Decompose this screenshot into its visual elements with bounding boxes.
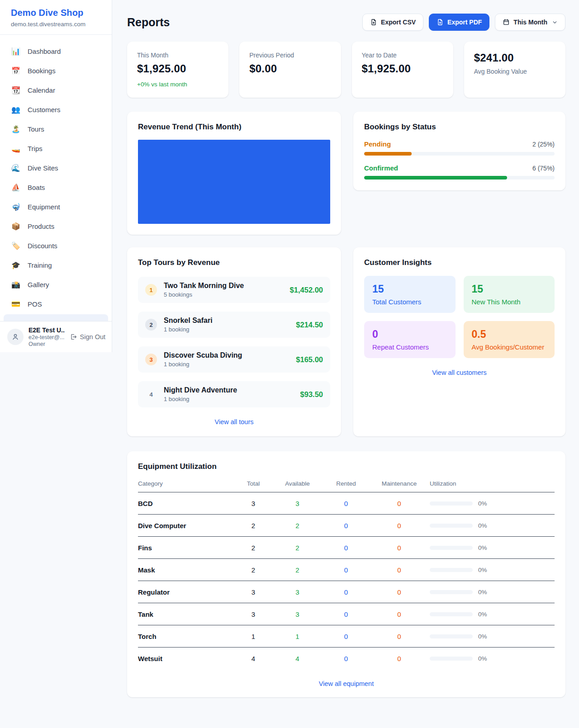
cell-total: 2 [235, 559, 271, 581]
period-label: This Month [513, 19, 547, 26]
stat-value: $1,925.00 [137, 62, 218, 75]
cell-total: 2 [235, 537, 271, 559]
period-dropdown[interactable]: This Month [495, 14, 565, 31]
user-email: e2e-tester@... [28, 334, 65, 340]
export-pdf-button[interactable]: Export PDF [429, 14, 489, 31]
cell-available: 2 [271, 537, 323, 559]
sidebar-item-customers[interactable]: 👥 Customers [4, 100, 108, 118]
tour-amount: $1,452.00 [290, 286, 323, 294]
cell-maintenance: 0 [369, 537, 430, 559]
sidebar-item-label: Discounts [28, 242, 57, 250]
customers-icon: 👥 [11, 105, 21, 114]
tile-label: Total Customers [372, 298, 447, 306]
charts-row: Revenue Trend (This Month) Bookings by S… [127, 112, 565, 235]
view-all-customers-link[interactable]: View all customers [364, 369, 555, 376]
tile-label: New This Month [472, 298, 547, 306]
top-tours-title: Top Tours by Revenue [138, 258, 330, 267]
chevron-down-icon [552, 19, 558, 25]
col-header-rented: Rented [323, 474, 369, 492]
table-row: Regulator 3 3 0 0 0% [138, 581, 555, 603]
cell-available: 1 [271, 625, 323, 648]
sidebar-item-dive-sites[interactable]: 🌊 Dive Sites [4, 159, 108, 177]
table-row: BCD 3 3 0 0 0% [138, 492, 555, 515]
col-header-category: Category [138, 474, 235, 492]
cell-available: 4 [271, 648, 323, 670]
utilization-percent: 0% [478, 567, 487, 573]
sidebar-item-label: Dashboard [28, 47, 61, 55]
col-header-available: Available [271, 474, 323, 492]
tour-amount: $214.50 [296, 321, 323, 329]
tile-avg-bookings-customer: 0.5 Avg Bookings/Customer [464, 321, 555, 358]
tile-repeat-customers: 0 Repeat Customers [364, 321, 456, 358]
tour-row: 4 Night Dive Adventure 1 booking $93.50 [138, 381, 330, 407]
table-row: Wetsuit 4 4 0 0 0% [138, 648, 555, 670]
sidebar-item-reports-partial[interactable] [4, 314, 108, 321]
graduation-cap-icon: 🎓 [11, 261, 21, 269]
file-download-icon [437, 19, 444, 26]
stat-card-year-to-date: Year to Date $1,925.00 [352, 42, 453, 98]
stat-delta: +0% vs last month [137, 81, 218, 88]
sidebar-item-pos[interactable]: 💳 POS [4, 295, 108, 313]
utilization-percent: 0% [478, 589, 487, 596]
utilization-bar [430, 568, 473, 572]
stat-card-this-month: This Month $1,925.00 +0% vs last month [127, 42, 228, 98]
sidebar-item-training[interactable]: 🎓 Training [4, 256, 108, 274]
sidebar-item-discounts[interactable]: 🏷️ Discounts [4, 236, 108, 255]
cell-total: 3 [235, 603, 271, 625]
cell-total: 3 [235, 492, 271, 515]
sidebar-item-tours[interactable]: 🏝️ Tours [4, 120, 108, 138]
package-icon: 📦 [11, 222, 21, 231]
sign-out-button[interactable]: Sign Out [70, 333, 105, 340]
tile-total-customers: 15 Total Customers [364, 276, 456, 313]
rank-badge: 3 [145, 354, 157, 365]
shop-domain: demo.test.divestreams.com [11, 21, 101, 28]
col-header-total: Total [235, 474, 271, 492]
equipment-utilization-title: Equipment Utilization [138, 462, 555, 471]
tile-value: 0.5 [472, 328, 547, 340]
utilization-percent: 0% [478, 522, 487, 529]
tour-row: 1 Two Tank Morning Dive 5 bookings $1,45… [138, 277, 330, 303]
sidebar-item-bookings[interactable]: 📅 Bookings [4, 61, 108, 80]
sidebar-item-dashboard[interactable]: 📊 Dashboard [4, 42, 108, 60]
sidebar-item-label: Tours [28, 125, 44, 133]
sidebar-item-label: Equipment [28, 203, 60, 211]
cell-maintenance: 0 [369, 515, 430, 537]
export-pdf-label: Export PDF [447, 19, 482, 26]
cell-maintenance: 0 [369, 625, 430, 648]
progress-fill [364, 176, 507, 180]
credit-card-icon: 💳 [11, 300, 21, 308]
stat-card-avg-booking-value: $241.00 Avg Booking Value [464, 42, 565, 98]
user-name: E2E Test U... [28, 326, 65, 334]
diving-mask-icon: 🤿 [11, 203, 21, 211]
cell-rented: 0 [323, 492, 369, 515]
main-content: Reports Export CSV Export PDF [112, 0, 579, 715]
view-all-tours-link[interactable]: View all tours [138, 418, 330, 425]
cell-maintenance: 0 [369, 648, 430, 670]
rank-badge: 4 [145, 388, 157, 400]
sidebar-item-trips[interactable]: 🚤 Trips [4, 139, 108, 157]
bookings-by-status-card: Bookings by Status Pending 2 (25%) Confi… [353, 112, 565, 190]
dashboard-icon: 📊 [11, 47, 21, 56]
cell-available: 2 [271, 559, 323, 581]
utilization-bar [430, 657, 473, 661]
tour-bookings: 5 bookings [164, 291, 244, 298]
cell-category: BCD [138, 492, 235, 515]
view-all-equipment-link[interactable]: View all equipment [138, 680, 555, 687]
revenue-trend-title: Revenue Trend (This Month) [138, 123, 330, 132]
revenue-trend-chart [138, 140, 330, 224]
equipment-utilization-card: Equipment Utilization Category Total Ava… [127, 451, 565, 697]
sidebar-item-equipment[interactable]: 🤿 Equipment [4, 198, 108, 216]
revenue-trend-card: Revenue Trend (This Month) [127, 112, 341, 235]
tile-label: Avg Bookings/Customer [472, 343, 547, 351]
sidebar-item-boats[interactable]: ⛵ Boats [4, 178, 108, 196]
tour-bookings: 1 booking [164, 396, 237, 402]
sidebar-item-gallery[interactable]: 📸 Gallery [4, 275, 108, 293]
sidebar-item-products[interactable]: 📦 Products [4, 217, 108, 235]
page-title: Reports [127, 16, 170, 29]
cell-category: Torch [138, 625, 235, 648]
export-csv-button[interactable]: Export CSV [362, 14, 423, 31]
shop-name: Demo Dive Shop [11, 8, 101, 18]
utilization-percent: 0% [478, 544, 487, 551]
sidebar-item-calendar[interactable]: 📆 Calendar [4, 81, 108, 99]
tile-label: Repeat Customers [372, 343, 447, 351]
